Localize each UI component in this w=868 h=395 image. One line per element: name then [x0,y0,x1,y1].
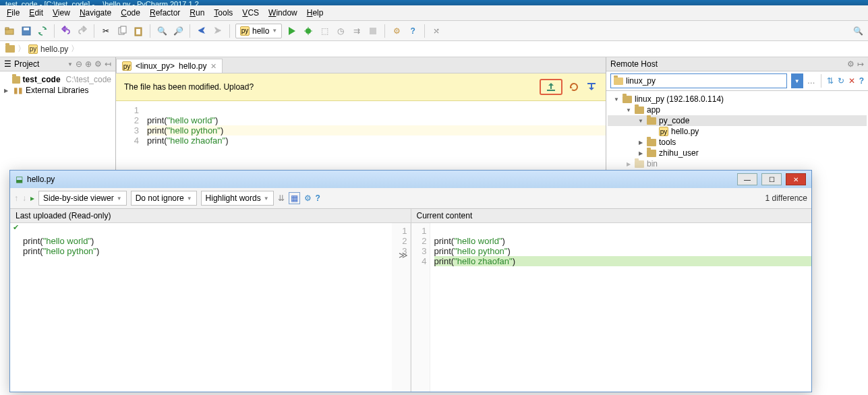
gear-icon[interactable]: ⚙ [94,59,102,69]
folder-icon [647,139,656,146]
expand-arrow-icon: ▶ [4,88,11,94]
breadcrumb-root[interactable] [5,45,15,53]
refresh-icon[interactable]: ↻ [838,76,844,86]
collapse-icon[interactable]: ⊖ [76,59,82,69]
dropdown-arrow-icon[interactable]: ▼ [791,73,803,88]
minimize-button[interactable]: — [737,173,757,185]
remote-tree-item[interactable]: ▶ bin [608,158,867,169]
back-icon[interactable]: ⮜ [196,25,208,37]
project-view-icon[interactable]: ☰ [4,59,11,69]
hide-icon[interactable]: ↤ [105,59,111,69]
upload-button[interactable] [540,79,562,95]
code-line[interactable]: print("hello zhaofan") [147,135,606,146]
editor-tabs: py <linux_py> hello.py ✕ [116,57,606,73]
close-tab-icon[interactable]: ✕ [210,62,216,71]
save-icon[interactable] [20,25,32,37]
menu-code[interactable]: Code [117,7,144,19]
coverage-icon[interactable]: ⬚ [318,25,330,37]
run-icon[interactable] [286,25,298,37]
help-icon[interactable]: ? [859,76,864,86]
diff-left-pane[interactable]: ✔ print("hello world")print("hello pytho… [10,223,411,392]
menu-vcs[interactable]: VCS [238,7,263,19]
remote-tree-item[interactable]: ▼ linux_py (192.168.0.114) [608,94,867,104]
menu-run[interactable]: Run [185,7,208,19]
menu-file[interactable]: File [3,7,24,19]
menu-tools[interactable]: Tools [210,7,237,19]
menu-edit[interactable]: Edit [25,7,47,19]
menu-window[interactable]: Window [264,7,301,19]
remote-tree-item[interactable]: ▶ zhihu_user [608,148,867,158]
menu-view[interactable]: View [49,7,74,19]
breadcrumb-file[interactable]: py hello.py [28,44,68,54]
next-diff-icon[interactable]: ↓ [22,193,26,203]
close-button[interactable]: ✕ [786,173,806,185]
cut-icon[interactable]: ✂ [100,25,112,37]
sync-icon[interactable] [36,25,49,37]
menu-help[interactable]: Help [303,7,328,19]
sync-scroll-icon[interactable]: ▦ [289,192,300,204]
menu-refactor[interactable]: Refactor [146,7,184,19]
ignore-mode-select[interactable]: Do not ignore ▼ [131,191,197,206]
target-icon[interactable]: ⊕ [85,59,92,69]
profile-icon[interactable]: ◷ [335,25,347,37]
diff-left-gutter: 123 [392,223,411,392]
insert-marker-icon[interactable]: ≫ [399,250,408,260]
find-icon[interactable]: 🔍 [156,25,168,37]
code-line[interactable]: print("hello world") [147,115,606,125]
replace-icon[interactable]: 🔎 [172,25,184,37]
merge-button[interactable] [585,82,598,92]
debug-icon[interactable] [302,25,314,37]
separator [384,24,385,38]
menu-navigate[interactable]: Navigate [76,7,115,19]
run-config-combo[interactable]: py hello ▼ [235,24,282,38]
paste-icon[interactable] [132,25,144,37]
remote-server-select[interactable]: linux_py [610,73,787,88]
revert-button[interactable] [568,82,580,92]
remote-tree-item[interactable]: py hello.py [608,126,867,137]
remote-tree-label: app [647,105,660,115]
editor-tab[interactable]: py <linux_py> hello.py ✕ [116,59,223,73]
forward-icon[interactable]: ⮞ [212,25,224,37]
apply-icon[interactable]: ▸ [30,193,34,203]
prev-diff-icon[interactable]: ↑ [14,193,18,203]
stop-icon[interactable] [367,25,379,37]
maximize-button[interactable]: ☐ [761,173,782,185]
hide-icon[interactable]: ↦ [857,59,864,69]
diff-window-title-bar[interactable]: ⬓ hello.py — ☐ ✕ [10,171,811,188]
open-icon[interactable] [4,25,16,37]
remote-tree-label: bin [647,159,658,169]
library-icon: ▮▮ [13,86,23,95]
concurrency-icon[interactable]: ⇉ [351,25,363,37]
pin-icon[interactable]: ⤯ [430,25,442,37]
editor-tab-prefix: <linux_py> [136,61,175,71]
diff-right-pane[interactable]: 1234 print("hello world")print("hello py… [411,223,812,392]
code-line[interactable]: print("hello python") [147,125,606,135]
viewer-mode-select[interactable]: Side-by-side viewer ▼ [38,191,127,206]
settings-icon[interactable]: ⚙ [390,25,403,37]
remote-tree-label: zhihu_user [659,148,699,158]
remote-tree-item[interactable]: ▼ app [608,104,867,115]
diff-left-body: print("hello world")print("hello python"… [19,223,392,392]
code-line[interactable] [147,105,606,115]
gear-icon[interactable]: ⚙ [847,59,855,69]
svg-rect-5 [121,26,126,33]
search-everywhere-icon[interactable]: 🔍 [852,25,864,37]
project-root-node[interactable]: test_code C:\test_code [1,74,114,85]
redo-icon[interactable] [76,25,88,37]
more-icon[interactable]: … [807,76,815,86]
remote-tree-item[interactable]: ▶ tools [608,137,867,148]
filter-icon[interactable]: ⇅ [827,76,834,86]
help-icon[interactable]: ? [407,25,419,37]
menu-bar: FileEditViewNavigateCodeRefactorRunTools… [0,5,868,21]
delete-icon[interactable]: ✕ [848,76,855,86]
collapse-unchanged-icon[interactable]: ⇊ [278,193,285,203]
copy-icon[interactable] [116,25,128,37]
svg-rect-3 [24,28,29,30]
settings-icon[interactable]: ⚙ [304,193,312,203]
undo-icon[interactable] [60,25,72,37]
dropdown-arrow-icon[interactable]: ▼ [67,61,73,67]
highlight-mode-select[interactable]: Highlight words ▼ [201,191,274,206]
help-icon[interactable]: ? [316,193,320,203]
external-libraries-node[interactable]: ▶ ▮▮ External Libraries [1,85,114,96]
remote-tree-item[interactable]: ▼ py_code [608,115,867,126]
